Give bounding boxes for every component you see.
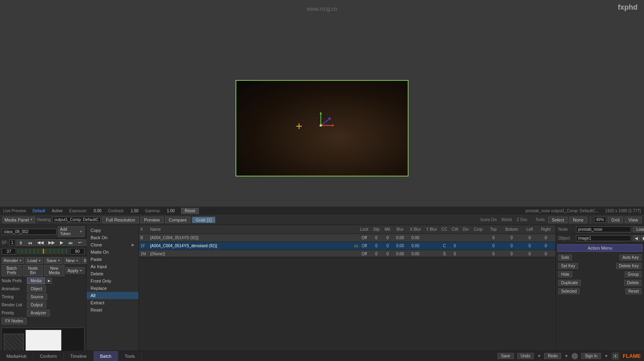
reset-button[interactable]: Reset	[181, 208, 199, 214]
ctx-as-input[interactable]: As Input	[87, 263, 138, 270]
sign-in-btn[interactable]: Sign In	[581, 353, 601, 359]
object-input[interactable]	[576, 235, 631, 241]
media-btn[interactable]: Media	[27, 277, 45, 284]
step-back-btn[interactable]: ⏮	[26, 240, 34, 246]
node-load-btn[interactable]: Load	[633, 226, 644, 232]
fx-nodes-btn[interactable]: FX Nodes	[2, 318, 27, 324]
rp-reset-btn[interactable]: Reset	[625, 288, 642, 294]
tab-mediahub[interactable]: MediaHub	[0, 351, 33, 361]
analyzer-btn[interactable]: Analyzer	[27, 310, 50, 316]
layer-row-1f[interactable]: 1F [A004_C004_0514YS_denoised (92)] #1 O…	[139, 242, 555, 250]
batch-prefs-row: Batch Prefs Node Bin New Media Apply ▼	[2, 265, 85, 276]
ctx-all[interactable]: All	[87, 292, 138, 299]
tab-conform[interactable]: Conform	[33, 351, 64, 361]
ctx-as-input-label: As Input	[91, 264, 107, 269]
hide-btn[interactable]: Hide	[558, 271, 572, 277]
object-btn[interactable]: Object	[27, 285, 46, 292]
ctx-reset[interactable]: Reset	[87, 306, 138, 314]
col-right: Right	[538, 227, 554, 232]
ctx-copy[interactable]: Copy	[87, 227, 138, 234]
preview-btn[interactable]: Preview	[140, 217, 163, 223]
render-dropdown[interactable]: Render ▼	[2, 257, 24, 264]
active-label: Active	[52, 209, 62, 213]
new-media-btn[interactable]: New Media	[44, 265, 64, 276]
media-panel-dropdown[interactable]: Media Panel ▼	[2, 217, 35, 223]
node-input[interactable]	[576, 226, 631, 232]
node-bin-btn[interactable]: Node Bin	[23, 265, 43, 276]
class-input[interactable]	[2, 229, 57, 235]
apply-dropdown[interactable]: Apply ▼	[66, 267, 85, 274]
ctx-replace[interactable]: Replace	[87, 285, 138, 292]
svg-line-4	[321, 119, 329, 125]
play-btn[interactable]: ▶	[58, 239, 66, 246]
group-btn[interactable]: Group	[625, 271, 642, 277]
tab-timeline[interactable]: Timeline	[64, 351, 93, 361]
object-next-btn[interactable]: ▶	[641, 235, 644, 241]
node-row: Node Load Save	[556, 225, 644, 234]
new-dropdown[interactable]: New ▼	[64, 257, 80, 264]
ctx-matte-on[interactable]: Matte On	[87, 248, 138, 256]
contrast-label: Contrast:	[108, 209, 124, 213]
layer-top-1m: 0	[485, 252, 502, 256]
layer-row-1m[interactable]: 1M {(None)} Off 0 0 0.00 0.00 S 0 0 0 0 …	[139, 250, 555, 258]
ctx-front-only[interactable]: Front Only	[87, 277, 138, 285]
solo-btn[interactable]: Solo	[558, 254, 572, 260]
step-fwd-btn[interactable]: ▶▶	[46, 239, 57, 246]
layer-right-1f: 0	[538, 244, 554, 248]
none-btn[interactable]: None	[569, 217, 587, 223]
tab-batch[interactable]: Batch	[94, 351, 118, 361]
load-arrow: ▼	[38, 259, 41, 263]
batch-prefs-btn[interactable]: Batch Prefs	[2, 265, 22, 276]
delete-key-btn[interactable]: Delete Key	[616, 263, 642, 269]
tools-label: Tools	[535, 217, 545, 222]
ctx-clone[interactable]: Clone ▶	[87, 241, 138, 248]
object-prev-btn[interactable]: ◀	[633, 235, 640, 241]
ctx-paste[interactable]: Paste	[87, 256, 138, 263]
output-btn[interactable]: Output	[27, 302, 46, 308]
ctx-replace-label: Replace	[91, 286, 107, 291]
select-btn[interactable]: Select	[548, 217, 568, 223]
ctx-delete[interactable]: Delete	[87, 270, 138, 277]
source-btn[interactable]: Source	[27, 293, 47, 300]
layer-lock-b: Off	[358, 236, 370, 240]
tab-tools-label: Tools	[125, 354, 135, 359]
ctx-extract[interactable]: Extract	[87, 299, 138, 306]
ffwd-btn[interactable]: ⏭	[66, 240, 75, 246]
save-dropdown[interactable]: Save ▼	[44, 257, 62, 264]
playback-controls: ⏸ ⏮ ◀◀ ▶▶ ▶ ⏭ ↩ ⏭	[17, 239, 93, 246]
redo-dropdown-arrow[interactable]: ▼	[564, 354, 568, 358]
solo-autokey-row: Solo Auto Key	[556, 253, 644, 262]
undo-dropdown-arrow[interactable]: ▼	[537, 354, 541, 358]
play-pause-btn[interactable]: ⏸	[17, 240, 25, 246]
render-list-label: Render List	[2, 303, 26, 307]
selected-btn[interactable]: Selected	[558, 288, 580, 294]
viewport-canvas[interactable]	[235, 80, 409, 176]
undo-btn[interactable]: Undo	[517, 353, 534, 359]
compare-btn[interactable]: Compare	[165, 217, 190, 223]
save-btn[interactable]: Save	[497, 353, 514, 359]
action-menu-btn[interactable]: Action Menu	[557, 244, 642, 252]
ctx-copy-label: Copy	[91, 228, 101, 233]
layer-right-1m: 0	[538, 252, 554, 256]
grab-btn[interactable]: Grab [1]	[192, 217, 215, 223]
add-token-dropdown[interactable]: Add Token ▼	[58, 226, 85, 237]
load-dropdown[interactable]: Load ▼	[25, 257, 43, 264]
view-btn[interactable]: View	[625, 217, 642, 223]
prev-frame-btn[interactable]: ◀◀	[35, 239, 45, 246]
duplicate-btn[interactable]: Duplicate	[558, 280, 581, 286]
sign-in-arrow[interactable]: ▼	[604, 354, 608, 358]
grid-btn[interactable]: Grid	[608, 217, 623, 223]
settings-icon[interactable]	[611, 352, 619, 360]
timeline-scrubber[interactable]	[17, 248, 69, 254]
layer-bottom-b: 0	[502, 236, 522, 240]
rp-delete-btn[interactable]: Delete	[624, 280, 642, 286]
loop-btn[interactable]: ↩	[76, 239, 84, 246]
set-key-btn[interactable]: Set Key	[558, 263, 578, 269]
tab-tools[interactable]: Tools	[118, 351, 142, 361]
redo-btn[interactable]: Redo	[544, 353, 561, 359]
layer-row-b[interactable]: B [A004_C004_0514YS (92)] Off 0 0 0.00 0…	[139, 234, 555, 242]
auto-key-btn[interactable]: Auto Key	[619, 254, 642, 260]
ctx-back-on[interactable]: Back On	[87, 234, 138, 241]
media-arrow-btn[interactable]: ▶	[46, 278, 52, 284]
full-resolution-btn[interactable]: Full Resolution	[102, 217, 139, 223]
